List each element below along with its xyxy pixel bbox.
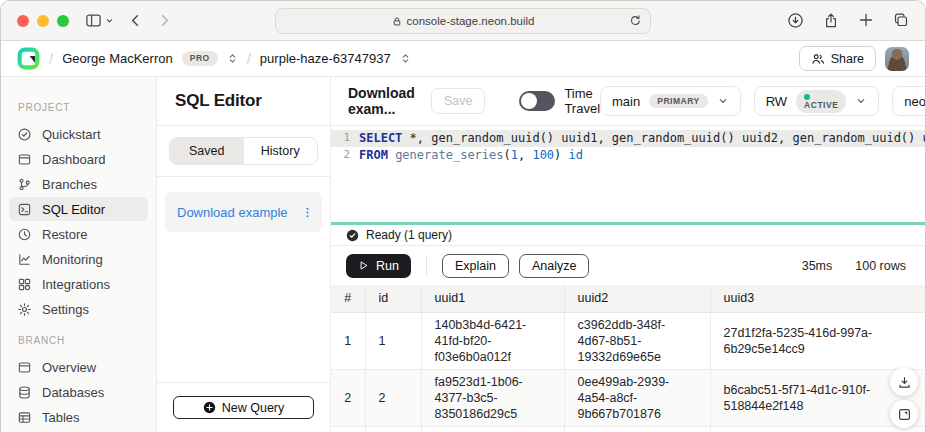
cell-row-number: 3: [331, 426, 365, 432]
window-controls: [17, 15, 69, 27]
expand-results-button[interactable]: [890, 400, 918, 428]
zoom-window-button[interactable]: [57, 15, 69, 27]
status-text: Ready (1 query): [366, 228, 452, 242]
active-status-dot: [804, 94, 810, 100]
sidebar-item-overview[interactable]: Overview: [9, 355, 148, 379]
table-row[interactable]: 1 1 140b3b4d-6421-41fd-bf20-f03e6b0a012f…: [331, 312, 925, 369]
url-text: console-stage.neon.build: [407, 15, 535, 27]
tab-saved[interactable]: Saved: [170, 138, 244, 164]
breadcrumb-org[interactable]: George MacKerron: [62, 51, 173, 66]
database-select[interactable]: neondb: [892, 86, 926, 116]
window-icon: [17, 152, 32, 167]
column-header[interactable]: id: [365, 285, 421, 312]
tab-history[interactable]: History: [244, 138, 318, 164]
chart-line-icon: [17, 252, 32, 267]
tab-overview-icon[interactable]: [893, 12, 909, 29]
new-tab-icon[interactable]: [858, 12, 874, 29]
sidebar-item-dashboard[interactable]: Dashboard: [9, 147, 148, 171]
sidebar-item-restore[interactable]: Restore: [9, 222, 148, 246]
compute-select-value: RW: [766, 94, 787, 109]
code-editor[interactable]: 1 SELECT *, gen_random_uuid() uuid1, gen…: [331, 126, 925, 222]
cell-id: 3: [365, 426, 421, 432]
table-row[interactable]: 2 2 fa9523d1-1b06-4377-b3c5-8350186d29c5…: [331, 369, 925, 426]
sidebar-item-label: Quickstart: [42, 127, 101, 142]
context-selectors: main PRIMARY RW ACTIVE neondb: [600, 86, 926, 116]
time-travel-toggle[interactable]: [519, 91, 555, 111]
save-button[interactable]: Save: [431, 88, 486, 114]
share-icon[interactable]: [823, 12, 839, 29]
panel-footer: New Query: [157, 382, 330, 432]
code-text: FROM generate_series(1, 100) id: [359, 147, 583, 164]
gear-icon: [17, 302, 32, 317]
sidebar-item-label: Integrations: [42, 277, 110, 292]
neon-logo[interactable]: [17, 47, 40, 70]
sidebar-item-label: SQL Editor: [42, 202, 105, 217]
sidebar-item-databases[interactable]: Databases: [9, 380, 148, 404]
project-section-label: PROJECT: [9, 102, 148, 113]
sidebar-item-quickstart[interactable]: Quickstart: [9, 122, 148, 146]
table-row[interactable]: 3 3 68ccbcca-7715-4266-b6c5-9f7a14ea6e5e…: [331, 426, 925, 432]
app-header: / George MacKerron PRO / purple-haze-637…: [1, 41, 925, 77]
address-bar[interactable]: console-stage.neon.build: [275, 8, 651, 34]
analyze-button[interactable]: Analyze: [519, 254, 589, 278]
close-window-button[interactable]: [17, 15, 29, 27]
column-header[interactable]: uuid2: [564, 285, 710, 312]
download-results-button[interactable]: [890, 368, 918, 396]
chevron-down-icon: [855, 95, 867, 107]
branch-section-label: BRANCH: [9, 335, 148, 346]
code-text: SELECT *, gen_random_uuid() uuid1, gen_r…: [359, 130, 925, 147]
kebab-menu-icon[interactable]: [301, 206, 314, 219]
sidebar-item-branches[interactable]: Branches: [9, 172, 148, 196]
downloads-icon[interactable]: [787, 12, 804, 29]
sidebar-item-monitoring[interactable]: Monitoring: [9, 247, 148, 271]
cell-id: 2: [365, 369, 421, 426]
compute-select[interactable]: RW ACTIVE: [754, 86, 880, 116]
cell-uuid2: c38f2ad9-de40-4266-a918-ae947c732ed0: [564, 426, 710, 432]
query-status-bar: Ready (1 query): [331, 225, 925, 246]
sidebar-item-tables[interactable]: Tables: [9, 405, 148, 429]
sidebar-item-label: Restore: [42, 227, 88, 242]
query-actions: Run Explain Analyze 35ms 100 rows: [331, 246, 925, 285]
sidebar-item-sql-editor[interactable]: SQL Editor: [9, 197, 148, 221]
page-title: SQL Editor: [157, 77, 330, 126]
query-duration: 35ms: [802, 259, 833, 273]
history-clock-icon: [17, 227, 32, 242]
saved-query-item[interactable]: Download example: [165, 192, 322, 232]
play-icon: [358, 260, 369, 271]
new-query-button[interactable]: New Query: [173, 396, 314, 419]
sidebar-item-label: Settings: [42, 302, 89, 317]
query-tabs: Saved History: [157, 126, 330, 177]
cell-uuid2: c3962ddb-348f-4d67-8b51-19332d69e65e: [564, 312, 710, 369]
cell-uuid1: 68ccbcca-7715-4266-b6c5-9f7a14ea6e5e: [421, 426, 564, 432]
forward-button[interactable]: [157, 13, 172, 28]
share-button[interactable]: Share: [799, 46, 876, 71]
cell-uuid2: 0ee499ab-2939-4a54-a8cf-9b667b701876: [564, 369, 710, 426]
back-button[interactable]: [128, 13, 143, 28]
lock-icon: [392, 16, 402, 27]
branch-select[interactable]: main PRIMARY: [600, 86, 741, 116]
org-selector-icon[interactable]: [227, 52, 238, 65]
column-header[interactable]: uuid3: [710, 285, 925, 312]
explain-button[interactable]: Explain: [442, 254, 509, 278]
cell-row-number: 1: [331, 312, 365, 369]
minimize-window-button[interactable]: [37, 15, 49, 27]
saved-query-label: Download example: [177, 205, 288, 220]
sidebar-item-settings[interactable]: Settings: [9, 297, 148, 321]
breadcrumb-divider: /: [247, 50, 251, 67]
reload-icon[interactable]: [629, 14, 642, 27]
breadcrumb-project[interactable]: purple-haze-63747937: [260, 51, 391, 66]
user-avatar[interactable]: [885, 47, 909, 71]
line-number: 1: [331, 130, 359, 147]
column-header[interactable]: uuid1: [421, 285, 564, 312]
column-header[interactable]: #: [331, 285, 365, 312]
chevron-down-icon: [105, 16, 114, 25]
database-select-value: neondb: [904, 94, 926, 109]
branch-select-value: main: [612, 94, 640, 109]
cell-row-number: 2: [331, 369, 365, 426]
plus-circle-icon: [203, 401, 216, 414]
time-travel-label: Time Travel: [564, 86, 600, 116]
run-button[interactable]: Run: [346, 254, 411, 278]
sidebar-toggle-button[interactable]: [85, 12, 114, 29]
sidebar-item-integrations[interactable]: Integrations: [9, 272, 148, 296]
project-selector-icon[interactable]: [400, 52, 411, 65]
